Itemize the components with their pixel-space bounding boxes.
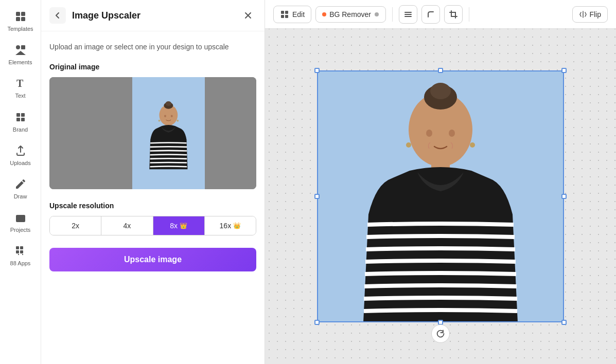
sidebar-item-apps[interactable]: 88 Apps xyxy=(3,240,39,271)
handle-top-left[interactable] xyxy=(314,68,320,73)
layout-icon-button[interactable] xyxy=(399,5,417,24)
sidebar-item-projects[interactable]: Projects xyxy=(3,206,39,238)
handle-bottom-right[interactable] xyxy=(561,320,567,325)
handle-middle-left[interactable] xyxy=(314,194,320,199)
upscale-button-label: Upscale image xyxy=(124,255,182,264)
sidebar-item-brand-label: Brand xyxy=(13,126,28,133)
svg-point-27 xyxy=(177,120,179,122)
bg-remover-label: BG Remover xyxy=(329,10,371,19)
panel-header: Image Upscaler xyxy=(41,0,265,31)
resolution-4x-label: 4x xyxy=(123,222,131,230)
svg-rect-34 xyxy=(404,14,412,15)
projects-icon xyxy=(13,210,28,225)
svg-rect-9 xyxy=(21,113,25,117)
sidebar-item-elements[interactable]: Elements xyxy=(3,39,39,70)
draw-icon xyxy=(13,177,28,191)
handle-top-middle[interactable] xyxy=(438,68,443,73)
flip-label: Flip xyxy=(589,10,601,19)
svg-rect-35 xyxy=(404,16,412,17)
svg-rect-1 xyxy=(21,12,25,16)
svg-rect-28 xyxy=(281,11,284,14)
sidebar-item-draw[interactable]: Draw xyxy=(3,173,39,204)
sidebar-item-uploads[interactable]: Uploads xyxy=(3,139,39,171)
elements-icon xyxy=(13,43,28,57)
corner-radius-icon xyxy=(426,10,435,19)
apps-icon xyxy=(13,244,28,258)
svg-rect-10 xyxy=(16,118,20,121)
canvas-image-wrapper[interactable] xyxy=(317,70,564,322)
svg-rect-3 xyxy=(21,17,25,21)
svg-rect-0 xyxy=(16,12,20,16)
sidebar-item-templates-label: Templates xyxy=(7,26,33,32)
svg-rect-16 xyxy=(20,250,23,253)
flip-icon xyxy=(579,10,587,19)
panel-close-button[interactable] xyxy=(240,7,256,24)
panel-title: Image Upscaler xyxy=(72,10,234,21)
toolbar-divider-2 xyxy=(469,7,469,22)
sidebar-item-apps-label: 88 Apps xyxy=(10,260,31,267)
svg-rect-13 xyxy=(16,246,19,249)
svg-text:T: T xyxy=(16,78,24,89)
uploads-icon xyxy=(13,143,28,158)
image-upscaler-panel: Image Upscaler Upload an image or select… xyxy=(41,0,265,364)
upscale-image-button[interactable]: Upscale image xyxy=(49,248,256,271)
person-illustration xyxy=(132,77,205,189)
resolution-options: 2x 4x 8x 👑 16x 👑 xyxy=(49,216,256,235)
edit-icon xyxy=(280,10,289,19)
svg-rect-14 xyxy=(20,246,23,249)
crop-button[interactable] xyxy=(444,5,463,24)
sidebar-item-text-label: Text xyxy=(15,93,25,99)
svg-point-32 xyxy=(375,12,379,16)
sidebar-item-elements-label: Elements xyxy=(9,59,32,66)
svg-rect-18 xyxy=(22,254,23,255)
sidebar-item-text[interactable]: T Text xyxy=(3,72,39,103)
sidebar-item-projects-label: Projects xyxy=(10,227,31,233)
sidebar: Templates Elements T Text xyxy=(0,0,41,364)
svg-rect-29 xyxy=(285,11,288,14)
wand-dot xyxy=(322,12,326,16)
svg-rect-5 xyxy=(21,45,25,49)
panel-content: Upload an image or select one in your de… xyxy=(41,31,265,364)
resolution-2x-label: 2x xyxy=(72,222,79,230)
svg-rect-2 xyxy=(16,17,20,21)
handle-bottom-left[interactable] xyxy=(314,320,320,325)
edit-button[interactable]: Edit xyxy=(273,6,311,23)
edit-label: Edit xyxy=(292,10,305,19)
handle-middle-right[interactable] xyxy=(561,194,567,199)
text-icon: T xyxy=(13,76,28,90)
canvas-content xyxy=(265,29,616,364)
flip-button[interactable]: Flip xyxy=(572,6,608,23)
sidebar-item-templates[interactable]: Templates xyxy=(3,5,39,37)
corner-radius-button[interactable] xyxy=(421,5,440,24)
sidebar-item-brand[interactable]: Brand xyxy=(3,106,39,137)
svg-rect-15 xyxy=(16,250,19,253)
crop-icon xyxy=(449,10,458,19)
templates-icon xyxy=(13,9,28,24)
original-image-label: Original image xyxy=(49,63,256,71)
svg-rect-31 xyxy=(285,15,288,18)
svg-rect-8 xyxy=(16,113,20,117)
resolution-8x-label: 8x xyxy=(170,222,178,230)
sidebar-item-draw-label: Draw xyxy=(14,193,27,200)
resolution-4x[interactable]: 4x xyxy=(101,216,153,235)
handle-top-right[interactable] xyxy=(561,68,567,73)
svg-rect-30 xyxy=(281,15,284,18)
sidebar-item-uploads-label: Uploads xyxy=(10,160,30,167)
refresh-icon[interactable] xyxy=(431,324,450,343)
svg-point-24 xyxy=(171,115,173,117)
svg-rect-33 xyxy=(404,12,412,13)
resolution-16x[interactable]: 16x 👑 xyxy=(205,216,256,235)
resolution-2x[interactable]: 2x xyxy=(50,216,101,235)
image-right-gray xyxy=(205,77,257,189)
bg-remover-dot-icon xyxy=(374,12,379,17)
svg-point-26 xyxy=(158,120,160,122)
svg-point-23 xyxy=(164,115,166,117)
svg-rect-12 xyxy=(16,215,25,222)
toolbar-divider-1 xyxy=(392,7,393,22)
panel-back-button[interactable] xyxy=(49,7,66,24)
resolution-8x[interactable]: 8x 👑 xyxy=(153,216,205,235)
bg-remover-button[interactable]: BG Remover xyxy=(315,6,386,23)
upscale-resolution-section: Upscale resolution 2x 4x 8x 👑 16x 👑 xyxy=(49,202,256,235)
image-left-gray xyxy=(49,77,132,189)
svg-marker-6 xyxy=(15,51,26,55)
